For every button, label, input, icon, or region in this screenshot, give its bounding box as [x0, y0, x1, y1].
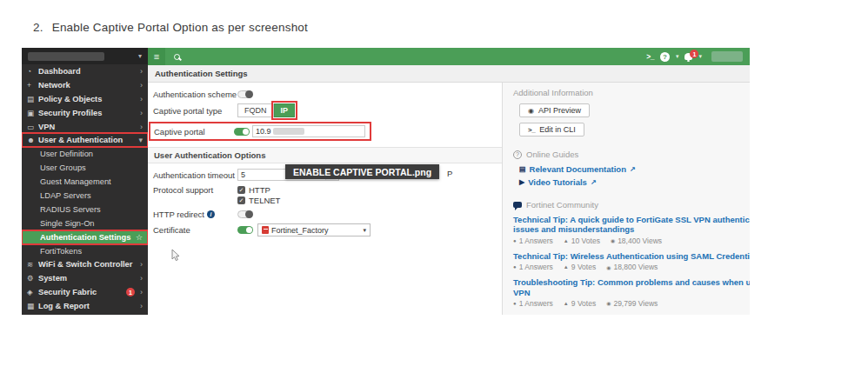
captive-portal-input[interactable]: 10.9: [252, 125, 365, 137]
http-redirect-label-wrap: HTTP redirect i: [153, 210, 237, 219]
lock-icon: ▣: [27, 109, 38, 117]
certificate-label: Certificate: [153, 225, 237, 235]
captive-portal-type-label: Captive portal type: [153, 106, 237, 116]
user-menu-redacted[interactable]: [711, 51, 743, 62]
notifications-button[interactable]: 1: [684, 53, 692, 60]
policy-icon: ▤: [27, 95, 38, 103]
chevron-right-icon: ›: [140, 302, 143, 310]
chevron-right-icon: ›: [140, 109, 143, 117]
captive-portal-value-redacted: [273, 128, 304, 135]
sidebar-item-security-fabric[interactable]: ◈ Security Fabric 1 ›: [22, 285, 148, 299]
certificate-dropdown[interactable]: Fortinet_Factory ▾: [257, 223, 371, 236]
clipped-protocol-text: P: [447, 169, 452, 178]
http-redirect-toggle[interactable]: [237, 210, 253, 218]
relevant-documentation-link[interactable]: ▤ Relevant Documentation ↗: [519, 164, 750, 174]
sidebar-item-user-authentication[interactable]: ☻ User & Authentication ▾: [22, 133, 148, 147]
chevron-down-icon[interactable]: ▾: [676, 53, 679, 60]
sidebar-header[interactable]: ▾: [22, 48, 148, 64]
sidebar-item-dashboard[interactable]: ◔ Dashboard ›: [22, 64, 148, 78]
sidebar-item-policy-objects[interactable]: ▤ Policy & Objects ›: [22, 92, 148, 106]
chart-icon: ▦: [27, 302, 38, 310]
chevron-right-icon: ›: [140, 288, 143, 296]
ip-button[interactable]: IP: [274, 103, 296, 117]
section-header: User Authentication Options: [148, 147, 502, 163]
sidebar-item-log-report[interactable]: ▦ Log & Report ›: [22, 299, 148, 313]
topbar-actions: >_ ? ▾ 1 ▾: [646, 51, 750, 62]
telnet-checkbox[interactable]: ✓: [237, 196, 245, 204]
sidebar-item-user-groups[interactable]: User Groups: [22, 161, 148, 175]
dashboard-icon: ◔: [27, 67, 38, 76]
sidebar-item-single-sign-on[interactable]: Single Sign-On: [22, 216, 148, 230]
external-link-icon: ↗: [630, 165, 636, 173]
chevron-down-icon: ▾: [138, 136, 143, 144]
sidebar-item-security-profiles[interactable]: ▣ Security Profiles ›: [22, 106, 148, 120]
captive-portal-toggle[interactable]: [234, 128, 250, 136]
chevron-right-icon: ›: [140, 81, 143, 90]
protocol-telnet-row: ✓ TELNET: [237, 196, 502, 205]
sidebar-item-network[interactable]: + Network ›: [22, 78, 148, 92]
captive-portal-type-row: Captive portal type FQDN IP: [153, 103, 502, 117]
auth-timeout-label: Authentication timeout: [153, 170, 237, 180]
certificate-value: Fortinet_Factory: [271, 226, 329, 235]
auth-scheme-toggle[interactable]: [237, 90, 253, 98]
chevron-right-icon: ›: [140, 274, 143, 283]
sidebar-item-user-definition[interactable]: User Definition: [22, 147, 148, 161]
api-preview-button[interactable]: ◉ API Preview: [519, 103, 590, 117]
answers-icon: ●: [513, 264, 517, 270]
see-more-link[interactable]: See More ↗: [513, 314, 750, 315]
question-icon: ?: [513, 150, 522, 159]
http-checkbox[interactable]: ✓: [237, 186, 245, 194]
votes-icon: ▲: [564, 238, 569, 243]
sidebar-item-authentication-settings[interactable]: Authentication Settings ☆: [22, 230, 148, 244]
sidebar-item-radius-servers[interactable]: RADIUS Servers: [22, 203, 148, 216]
vpn-icon: ▭: [27, 123, 38, 131]
video-tutorials-link[interactable]: ▶ Video Tutorials ↗: [519, 177, 750, 187]
captive-portal-type-segment: FQDN IP: [237, 103, 295, 117]
community-article: Technical Tip: A quick guide to FortiGat…: [513, 215, 750, 245]
answers-icon: ●: [513, 238, 517, 243]
fortinet-community-header: Fortinet Community: [513, 200, 750, 210]
auth-timeout-value: 5: [241, 170, 245, 179]
additional-info-title: Additional Information: [513, 88, 750, 97]
comment-icon: [513, 202, 522, 208]
video-icon: ▶: [519, 178, 524, 186]
step-number: 2.: [33, 21, 43, 34]
online-guides-header: ? Online Guides: [513, 150, 750, 159]
chevron-right-icon: ›: [140, 67, 143, 76]
eye-icon: ◉: [528, 107, 534, 115]
sidebar-item-wifi-switch-controller[interactable]: ≋ WiFi & Switch Controller ›: [22, 257, 148, 271]
breadcrumb-label: Authentication Settings: [155, 69, 248, 78]
cli-console-icon[interactable]: >_: [646, 52, 654, 61]
chevron-down-icon[interactable]: ▾: [138, 52, 142, 60]
external-link-icon: ↗: [591, 178, 597, 186]
article-title-link[interactable]: Technical Tip: Wireless Authentication u…: [513, 251, 750, 261]
http-redirect-label: HTTP redirect: [153, 210, 204, 219]
mouse-cursor: [171, 250, 181, 262]
sidebar-item-guest-management[interactable]: Guest Management: [22, 175, 148, 189]
authentication-settings-form: Authentication scheme Captive portal typ…: [148, 83, 503, 315]
search-icon[interactable]: [174, 54, 180, 60]
certificate-row: Certificate Fortinet_Factory ▾: [153, 223, 502, 236]
article-title-link[interactable]: Troubleshooting Tip: Common problems and…: [513, 277, 750, 297]
book-icon: ▤: [519, 165, 526, 173]
sidebar-item-ldap-servers[interactable]: LDAP Servers: [22, 189, 148, 203]
hostname-redacted: [28, 52, 104, 61]
hamburger-menu-button[interactable]: ≡: [148, 48, 165, 65]
votes-icon: ▲: [564, 301, 569, 306]
captive-portal-value: 10.9: [256, 127, 271, 136]
edit-in-cli-button[interactable]: >_ Edit in CLI: [519, 123, 584, 137]
article-title-link[interactable]: Technical Tip: A quick guide to FortiGat…: [513, 215, 750, 235]
answers-icon: ●: [513, 301, 517, 306]
protocol-support-label: Protocol support: [153, 185, 237, 195]
sidebar-item-system[interactable]: ⚙ System ›: [22, 271, 148, 285]
sidebar-item-fortitokens[interactable]: FortiTokens: [22, 244, 148, 258]
chevron-right-icon: ›: [140, 95, 143, 103]
fqdn-button[interactable]: FQDN: [237, 103, 274, 117]
star-icon[interactable]: ☆: [136, 233, 143, 242]
chevron-down-icon[interactable]: ▾: [698, 53, 702, 60]
sidebar-item-vpn[interactable]: ▭ VPN ›: [22, 120, 148, 134]
info-icon: i: [207, 210, 215, 218]
help-icon[interactable]: ?: [660, 52, 670, 62]
certificate-toggle[interactable]: [237, 226, 253, 234]
votes-icon: ▲: [564, 264, 569, 270]
